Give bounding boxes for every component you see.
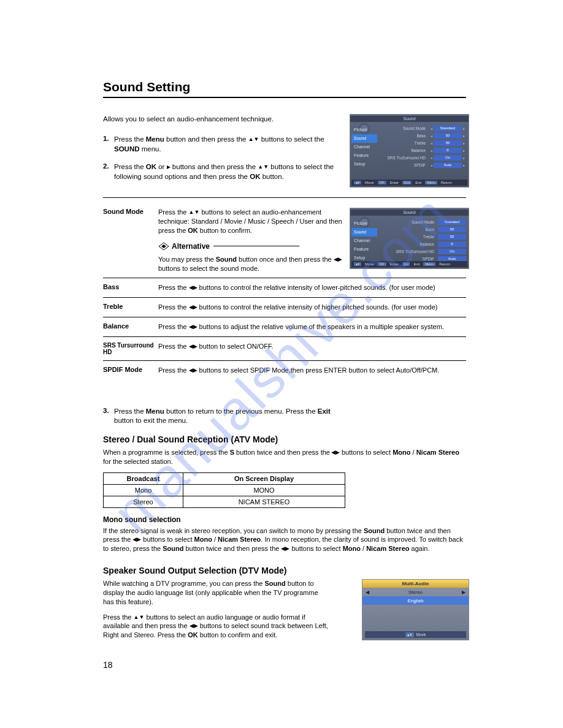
left-right-icon: ◀▶ <box>189 343 197 349</box>
osd-row: Balance0 <box>381 240 466 248</box>
multi-audio-stereo: Stereo <box>372 590 459 595</box>
alternative-icon <box>158 242 169 251</box>
osd-tab-setup: Setup <box>351 160 377 169</box>
left-right-icon: ◀▶ <box>132 536 141 542</box>
osd-tab-feature: Feature <box>351 151 377 160</box>
t: button twice and then press the <box>183 545 281 552</box>
def-label: Sound Mode <box>103 208 158 215</box>
menu-bold: Menu <box>146 408 164 415</box>
osd-tab-picture: Picture <box>351 126 377 134</box>
t: Press the <box>158 343 189 350</box>
multi-audio-bottom: ▴▾ Move <box>365 631 466 638</box>
nicam-bold: Nicam Stereo <box>416 449 459 456</box>
td: MONO <box>183 484 345 496</box>
osd-tab: Feature <box>351 245 377 254</box>
t: Move <box>365 262 374 266</box>
val: Auto <box>434 162 462 168</box>
table-row: Mono MONO <box>104 484 345 496</box>
left-right-icon: ◀▶ <box>189 367 197 373</box>
t: Return <box>439 262 450 266</box>
multi-audio-english: English <box>362 598 469 604</box>
lbl: SRS TruSurround HD <box>381 249 438 254</box>
t: buttons to select the <box>259 135 324 143</box>
left-right-icon: ◀▶ <box>189 284 197 290</box>
osd-row: Sound ModeStandard <box>381 218 466 226</box>
lbl: SPDIF <box>381 257 438 261</box>
osd-tab: Sound <box>351 228 377 237</box>
def-body: Press the ◀▶ button to select ON/OFF. <box>158 342 466 351</box>
osd-row: Sound Mode◂Standard▸ <box>381 124 466 132</box>
def-body: Press the ◀▶ buttons to select SPDIF Mod… <box>158 366 466 375</box>
mono-subheading: Mono sound selection <box>103 515 466 524</box>
val: On <box>438 249 466 254</box>
def-treble: Treble Press the ◀▶ buttons to control t… <box>103 298 466 317</box>
table-row: Stereo NICAM STEREO <box>104 496 345 507</box>
val: Standard <box>438 219 466 225</box>
t: button to exit the menu. <box>114 417 188 424</box>
mono-para: If the stereo signal is weak in stereo r… <box>103 526 466 554</box>
t: button to select ON/OFF. <box>197 343 274 350</box>
dtv-para-1: While watching a DTV programme, you can … <box>103 579 330 607</box>
step-num-1: 1. <box>103 135 114 154</box>
left-right-icon: ◀▶ <box>190 623 198 629</box>
def-body: Press the ◀▶ buttons to control the rela… <box>158 303 466 312</box>
lbl: SPDIF <box>381 163 429 167</box>
right-arrow-icon: ▶ <box>459 590 469 595</box>
divider <box>103 197 466 198</box>
val: 0 <box>434 148 462 153</box>
lbl: Bass <box>381 134 429 138</box>
t: Press the <box>158 284 189 291</box>
lbl: Balance <box>381 148 429 153</box>
s-bold: S <box>230 449 234 456</box>
nicam-bold: Nicam Stereo <box>366 545 409 552</box>
def-spdif: SPDIF Mode Press the ◀▶ buttons to selec… <box>103 361 466 380</box>
t: When a programme is selected, press the <box>103 449 230 456</box>
t: Enter <box>390 181 399 184</box>
lbl: Sound Mode <box>381 220 438 224</box>
osd-row: Treble◂50▸ <box>381 139 466 146</box>
stereo-dual-heading: Stereo / Dual Sound Reception (ATV Mode) <box>103 434 466 444</box>
ok-bold: OK <box>250 173 260 180</box>
t: button to confirm and exit. <box>198 631 278 639</box>
t: button once and then press the <box>237 256 334 263</box>
t: / <box>361 545 366 552</box>
step-1: 1. Press the Menu button and then press … <box>103 135 336 154</box>
osd-figure-2: Sound Picture Sound Channel Feature Setu… <box>350 208 469 269</box>
td: Stereo <box>104 496 183 507</box>
dtv-para-2: Press the ▲▼ buttons to select an audio … <box>103 613 330 640</box>
up-down-icon: ▲▼ <box>189 209 200 215</box>
t: or ▸ buttons and then press the <box>156 163 258 170</box>
def-body: Press the ◀▶ buttons to control the rela… <box>158 283 466 292</box>
broadcast-table: Broadcast On Screen Display Mono MONO St… <box>103 472 345 508</box>
t: Move <box>365 181 374 184</box>
td: NICAM STEREO <box>183 496 345 507</box>
t: button to return to the previous menu. P… <box>164 408 318 415</box>
osd-row: SRS TruSurround HDOn <box>381 248 466 255</box>
t: button and then press the <box>164 135 248 143</box>
left-right-icon: ◀▶ <box>334 256 342 262</box>
sound-bold: Sound <box>364 527 385 534</box>
t: If the stereo signal is weak in stereo r… <box>103 527 364 534</box>
svg-marker-1 <box>161 245 166 248</box>
t: button to confirm. <box>198 227 252 234</box>
val: 50 <box>434 133 462 138</box>
step-3-text: Press the Menu button to return to the p… <box>114 407 336 426</box>
exit-bold: Exit <box>318 408 331 415</box>
ok-bold: OK <box>188 227 198 234</box>
t: Menu <box>423 262 435 266</box>
lbl: SRS TruSurround HD <box>381 156 429 160</box>
multi-audio-title: Multi-Audio <box>362 580 469 588</box>
val: 50 <box>438 227 466 232</box>
def-bass: Bass Press the ◀▶ buttons to control the… <box>103 278 466 298</box>
alternative-heading: Alternative <box>172 241 210 251</box>
sound-bold: SOUND <box>114 145 140 153</box>
osd-row: SPDIF◂Auto▸ <box>381 161 466 169</box>
alternative-line <box>213 246 299 246</box>
val: On <box>434 155 462 161</box>
val: Standard <box>434 126 462 131</box>
table-row: Broadcast On Screen Display <box>104 472 345 484</box>
sound-bold: Sound <box>265 580 286 587</box>
t: OK <box>378 262 386 266</box>
left-right-icon: ◀▶ <box>330 449 342 455</box>
step-3: 3. Press the Menu button to return to th… <box>103 407 336 426</box>
